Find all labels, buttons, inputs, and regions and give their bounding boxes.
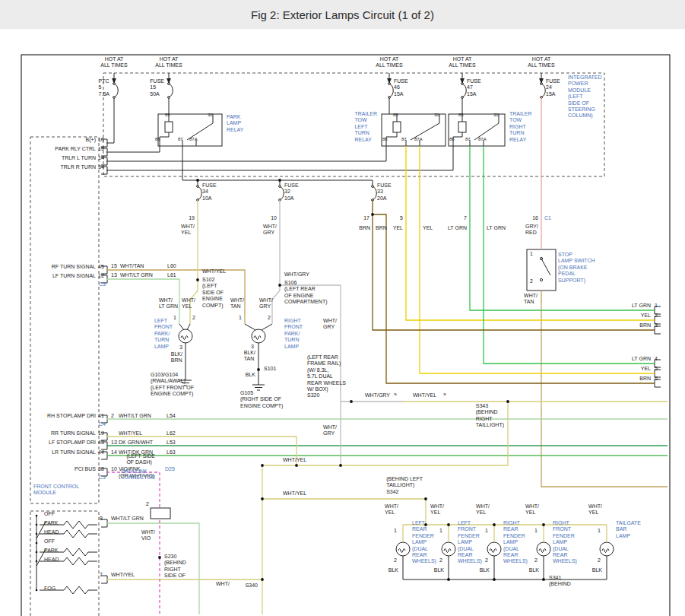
tailgate-bar-lamp-label: TAILGATE BAR LAMP [616,520,641,539]
fcm-pin-label: LF TURN SIGNAL [52,273,96,279]
right-pin-name: YEL [641,366,651,372]
wire-wht-gry-label: WHT/ GRY [263,224,277,237]
relay-pin-87a: 87A [414,137,423,142]
relay-pin-85: 85 [458,113,464,118]
wire-wht-yel-label: WHT/YEL [202,268,226,275]
hot-label: HOT AT ALL TIMES [100,56,127,69]
lamp-pin-1: 1 [598,528,601,534]
right-pin-number: 6 [655,376,658,382]
relay-pin-87: 87 [401,137,407,142]
wire-blk-label: BLK [434,567,444,573]
hls-position: HEAD [44,557,59,563]
lamp-pin-1: 1 [485,528,488,534]
fcm-pin-number: 10 [98,137,104,143]
right-rear-fender-lamp-label: RIGHT REAR FENDER LAMP (DUAL REAR WHEELS… [503,520,528,565]
left-front-fender-lamp-label: LEFT FRONT FENDER LAMP (DUAL REAR WHEELS… [458,520,482,565]
wire-yel-label: YEL [393,225,403,231]
circuit-l63: L63 [166,449,176,456]
fcm-pin-number: 14 [98,155,104,161]
wire-wht-yel-label: WHT/ YEL [476,503,490,516]
wire-pin-2: 2 [111,413,114,419]
trailer-tow-left-relay-box [382,114,446,146]
lamp-pin-1: 1 [534,528,538,534]
lamp-pin-2: 2 [485,557,488,564]
right-pin-name: BRN [639,322,651,329]
connector-brackets [101,139,661,583]
wire-blk-label: BLK [480,567,490,573]
wire-pin-16: 16 [532,215,538,221]
fcm-pin-label: LF STOPLAMP DRI [49,440,96,446]
fcm-pin-label: TRLR L TURN [62,155,96,161]
dlc-location-label: (LEFT SIDE OF DASH) [126,453,155,466]
relay-pin-30: 30 [208,113,213,118]
lamp-pin-1: 1 [394,528,397,534]
fuse-47-label: FUSE 47 15A [467,78,481,97]
right-front-fender-lamp-icon [537,542,550,556]
wire-yel-label: YEL [423,225,433,231]
wire-wht-yel-label: WHT/ YEL [525,503,539,516]
wire-wht-tan-label: WHT/ TAN [524,293,538,306]
hot-label: HOT AT ALL TIMES [528,56,554,69]
fcm-connector-c3: C3 [99,281,106,287]
front-control-module-label: FRONT CONTROL MODULE [33,484,79,497]
wire-wht-yel-label: WHT/YEL [413,392,436,398]
lamp-pin-2: 2 [394,557,397,564]
fuse-34-label: FUSE 34 10A [202,183,217,202]
circuit-d25: D25 [165,466,175,472]
splice-s340-label: S340 [246,583,258,589]
relay-pin-30: 30 [434,113,439,118]
wire-wht-gry-label: WHT/GRY [365,392,390,398]
fcm-pin-number: 44 [98,449,104,456]
wire-blk-brn-label: BLK/ BRN [171,351,182,364]
relay-pin-86: 86 [155,137,160,142]
circuit-l61: L61 [167,272,176,278]
wire-dk-grn-wht-label: DK GRN/WHT [119,440,153,446]
circuit-l54: L54 [166,413,176,419]
wire-gry-red-label: GRY/ RED [525,224,538,237]
lamp-pin-2: 2 [192,315,195,321]
wire-wht-yel-label: WHT/ YEL [430,503,444,516]
fcm-pin-number: 15 [98,146,104,152]
circuit-l60: L60 [167,263,176,269]
wire-wht-lt-grn-label: WHT/ LT GRN [159,297,178,310]
wire-wht-yel-label: WHT/ YEL [181,224,195,237]
right-pin-name: YEL [641,313,651,319]
right-front-park-turn-lamp-label: RIGHT FRONT PARK/ TURN LAMP [284,318,303,350]
fcm-pin-number: 43 [98,440,104,446]
fcm-pin-number: 45 [98,264,104,270]
relay-pin-87a: 87A [189,137,198,142]
splice-s106-label: S106 (LEFT REAR OF ENGINE COMPARTMENT) [284,280,328,306]
wire-wht-tan-label: WHT/TAN [120,263,144,269]
lamp-pin-2: 2 [268,315,271,321]
data-link-connector-label: DATA LINK CONNECTOR [121,468,155,481]
wire-wht-lt-grn-label: WHT/LT GRN [111,516,144,522]
tailgate-bar-lamp-icon [600,542,614,556]
hls-position: PARK [44,548,59,554]
hls-position: OFF [44,538,55,545]
right-pin-number: 4 [655,356,658,362]
wire-wht-gry-label: WHT/ GRY [259,297,273,310]
fcm-pin-label: TRLR R TURN [60,164,96,170]
relay-pin-87a: 87A [478,137,487,142]
ground-g103-g104-label: G103/G104 (RWAL/AWAL) (LEFT FRONT OF ENG… [151,372,194,398]
wire-lt-grn-label: LT GRN [487,225,506,231]
fuse-33-label: FUSE 33 20A [377,183,392,202]
right-pin-number: 1 [655,303,658,309]
wire-pin-13: 13 [111,440,117,446]
splice-s230-label: S230 (BEHIND RIGHT SIDE OF [164,554,186,579]
dlc-pin-2: 2 [146,501,149,507]
fuse-15-label: FUSE 15 50A [150,78,164,97]
wire-blk-label: BLK [388,567,398,573]
hls-pin-8: 8 [100,516,103,522]
switch-pin-2: 2 [530,278,533,284]
splice-s101-label: S101 [264,366,276,372]
wire-name-change-chevron: » [394,392,397,398]
hot-label: HOT AT ALL TIMES [449,56,475,69]
wire-wht-yel-label: WHT/ YEL [588,503,602,516]
headlamp-switch-box [30,511,99,616]
fcm-pin-label: RH STOPLAMP DRI [47,413,96,419]
circuit-l53: L53 [166,440,176,446]
wire-blk-label: BLK [592,567,602,573]
wire-wht-vio-label: WHT/ VIO [141,529,155,542]
wire-wht-gry-label: WHT/GRY [284,271,309,278]
